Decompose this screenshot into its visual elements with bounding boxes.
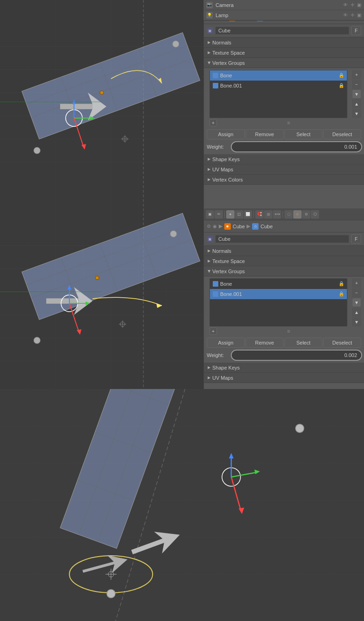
vg-up-btn-top[interactable]: ▲	[352, 99, 361, 108]
scene-camera-item[interactable]: 📷 Camera 👁 ✛ ▣	[204, 0, 364, 10]
weight-row-mid: Weight: 0.002	[204, 350, 364, 361]
svg-point-69	[34, 337, 40, 344]
select-btn-mid[interactable]: Select	[284, 338, 322, 348]
vg-list-menu-top[interactable]: ≡	[219, 120, 358, 125]
weight-label-top: Weight:	[207, 144, 230, 150]
vertex-groups-section-mid[interactable]: ▶ Vertex Groups	[204, 266, 364, 276]
vg-item-bone-top[interactable]: Bone 🔒	[210, 70, 347, 81]
data-name-input-mid[interactable]	[215, 235, 349, 243]
vg-down-btn-top[interactable]: ▼	[352, 109, 361, 118]
vg-list-add-bottom-top[interactable]: +	[210, 119, 217, 126]
weight-row-top: Weight: 0.001	[204, 141, 364, 152]
breadcrumb-vert-icon-mid: ◉	[213, 224, 217, 229]
svg-rect-76	[0, 389, 364, 621]
svg-point-32	[173, 41, 179, 47]
viewport-mid[interactable]	[0, 208, 204, 389]
edge-select-icon-mid[interactable]: ◫	[235, 210, 243, 219]
vg-up-btn-mid[interactable]: ▲	[352, 307, 361, 317]
uv-maps-label-top: UV Maps	[212, 167, 233, 172]
face-select-icon-mid[interactable]: ⬜	[244, 210, 252, 219]
shape-keys-label-top: Shape Keys	[212, 157, 240, 162]
deselect-btn-top[interactable]: Deselect	[323, 129, 361, 139]
scene-lamp-item[interactable]: 💡 Lamp 👁 ✛ ▣	[204, 10, 364, 20]
uv-maps-section-top[interactable]: ▶ UV Maps	[204, 164, 364, 175]
vg-add-btn-mid[interactable]: +	[352, 278, 361, 288]
vg-list-menu-mid[interactable]: ≡	[219, 328, 358, 334]
vg-bone001-lock-top[interactable]: 🔒	[339, 83, 344, 88]
prop-icon-mid[interactable]: ◎	[264, 210, 272, 219]
normals-section-mid[interactable]: ▶ Normals	[204, 246, 364, 256]
mesh-icon-mid[interactable]: ▣	[206, 210, 214, 219]
uv-maps-label-mid: UV Maps	[212, 375, 233, 381]
mirror-icon-mid[interactable]: ⟺	[273, 210, 281, 219]
vg-special-btn-top[interactable]: ▼	[352, 89, 361, 99]
texture-space-section-top[interactable]: ▶ Texture Space	[204, 48, 364, 58]
data-name-input-top[interactable]	[215, 26, 349, 35]
uv-maps-section-mid[interactable]: ▶ UV Maps	[204, 373, 364, 383]
vg-remove-btn-top[interactable]: −	[352, 80, 361, 89]
overlay-icon-mid[interactable]: ⊙	[302, 210, 310, 219]
vertex-groups-section-top[interactable]: ▶ Vertex Groups	[204, 58, 364, 68]
vg-item-bone-icon-top	[213, 73, 218, 78]
texture-label-mid: Texture Space	[212, 258, 245, 264]
vg-item-bone001-top[interactable]: Bone.001 🔒	[210, 81, 347, 91]
viewport-bot[interactable]	[0, 389, 364, 621]
select-btn-top[interactable]: Select	[284, 129, 322, 139]
action-btns-top: Assign Remove Select Deselect	[204, 127, 364, 141]
toolbar-sep-3-mid	[283, 211, 283, 218]
normals-section-top[interactable]: ▶ Normals	[204, 38, 364, 48]
cube-icon-mid-1: ■	[224, 223, 231, 230]
scene-camera-label: Camera	[216, 2, 234, 8]
vg-list-controls-mid: + ≡	[207, 326, 361, 336]
scene-lamp-label: Lamp	[216, 13, 228, 18]
vg-item-bone001-icon-top	[213, 83, 218, 88]
vg-list-add-bottom-mid[interactable]: +	[210, 327, 217, 335]
vertex-select-icon-mid[interactable]: ●	[226, 210, 234, 219]
data-f-btn-mid[interactable]: F	[351, 234, 361, 244]
edit-icon-mid[interactable]: ✏	[215, 210, 223, 219]
weight-input-mid[interactable]: 0.002	[232, 351, 361, 360]
vg-add-btn-top[interactable]: +	[352, 70, 361, 79]
vertex-colors-section-top[interactable]: ▶ Vertex Colors	[204, 175, 364, 185]
wireframe-icon-mid[interactable]: ⬡	[311, 210, 319, 219]
breadcrumb-mode-icon-mid: ⚙	[207, 224, 211, 229]
viewport-top[interactable]	[0, 0, 204, 208]
vg-down-btn-mid[interactable]: ▼	[352, 317, 361, 326]
onion-icon-mid[interactable]: ◌	[284, 210, 293, 219]
remove-btn-mid[interactable]: Remove	[246, 338, 284, 348]
vg-item-bone-mid[interactable]: Bone 🔒	[210, 279, 347, 289]
assign-btn-top[interactable]: Assign	[207, 129, 245, 139]
shape-keys-section-top[interactable]: ▶ Shape Keys	[204, 154, 364, 164]
vg-item-bone001-mid[interactable]: Bone.001 🔒	[210, 289, 347, 299]
vg-bone001-lock-mid[interactable]: 🔒	[339, 291, 344, 297]
vg-bone-lock-top[interactable]: 🔒	[339, 73, 344, 78]
shape-keys-section-mid[interactable]: ▶ Shape Keys	[204, 363, 364, 373]
data-f-btn-top[interactable]: F	[351, 26, 361, 35]
weight-label-mid: Weight:	[207, 352, 230, 358]
vg-item-bone-label-mid: Bone	[220, 281, 337, 287]
weight-input-top[interactable]: 0.001	[232, 142, 361, 151]
texture-label-top: Texture Space	[212, 50, 245, 56]
vg-special-btn-mid[interactable]: ▼	[352, 298, 361, 307]
snap-icon-mid[interactable]: 🧲	[255, 210, 264, 219]
data-name-row-top: ▣ F	[204, 24, 364, 38]
vg-label-mid: Vertex Groups	[212, 269, 245, 274]
vg-remove-btn-mid[interactable]: −	[352, 288, 361, 297]
weight-value-mid: 0.002	[344, 352, 357, 358]
remove-btn-top[interactable]: Remove	[246, 129, 284, 139]
svg-rect-22	[60, 104, 93, 109]
vg-item-bone001-label-mid: Bone.001	[220, 291, 337, 297]
data-name-row-mid: ▣ F	[204, 232, 364, 246]
panel-mid-toolbar[interactable]: ▣ ✏ ● ◫ ⬜ 🧲 ◎ ⟺ ◌ X ⊙ ⬡	[204, 208, 364, 220]
breadcrumb-cube1-mid: Cube	[233, 224, 245, 229]
breadcrumb-cube2-mid: Cube	[260, 224, 272, 229]
svg-point-108	[296, 424, 304, 433]
vg-bone-lock-mid[interactable]: 🔒	[339, 281, 344, 287]
assign-btn-mid[interactable]: Assign	[207, 338, 245, 348]
vg-list-container-mid: Bone 🔒 Bone.001 🔒 + − ▼ ▲ ▼ +	[204, 276, 364, 336]
camera-icon: 📷	[206, 2, 213, 8]
panel-mid: ▣ ✏ ● ◫ ⬜ 🧲 ◎ ⟺ ◌ X ⊙ ⬡ ⚙ ◉ ▶ ■ Cube ▶ ⌂…	[204, 208, 364, 389]
xray-icon-mid[interactable]: X	[293, 210, 302, 219]
texture-space-section-mid[interactable]: ▶ Texture Space	[204, 256, 364, 266]
deselect-btn-mid[interactable]: Deselect	[323, 338, 361, 348]
